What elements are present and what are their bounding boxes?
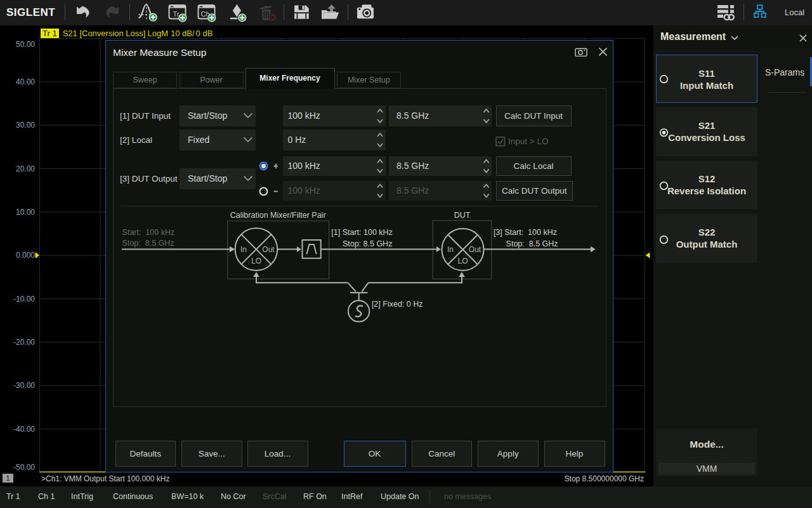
svg-text:Out: Out (262, 245, 275, 254)
svg-text:Calibration Mixer/Filter Pair: Calibration Mixer/Filter Pair (230, 211, 326, 220)
svg-text:[2] Fixed: 0 Hz: [2] Fixed: 0 Hz (372, 300, 423, 309)
svg-text:Start: 100 kHz: Start: 100 kHz (122, 228, 175, 237)
svg-text:Stop: 8.5 GHz: Stop: 8.5 GHz (343, 239, 393, 248)
svg-text:Stop: 8.5 GHz: Stop: 8.5 GHz (506, 239, 558, 248)
svg-text:Stop: 8.5 GHz: Stop: 8.5 GHz (122, 239, 174, 248)
svg-text:[3] Start: 100 kHz: [3] Start: 100 kHz (494, 228, 557, 237)
svg-text:In: In (240, 245, 247, 254)
svg-text:LO: LO (251, 257, 261, 265)
svg-text:Tr: Tr (173, 10, 180, 18)
svg-text:Out: Out (469, 245, 481, 254)
svg-text:In: In (447, 245, 454, 254)
svg-text:LO: LO (457, 257, 468, 265)
svg-text:DUT: DUT (454, 211, 471, 220)
svg-text:[1] Start: 100 kHz: [1] Start: 100 kHz (331, 228, 393, 237)
